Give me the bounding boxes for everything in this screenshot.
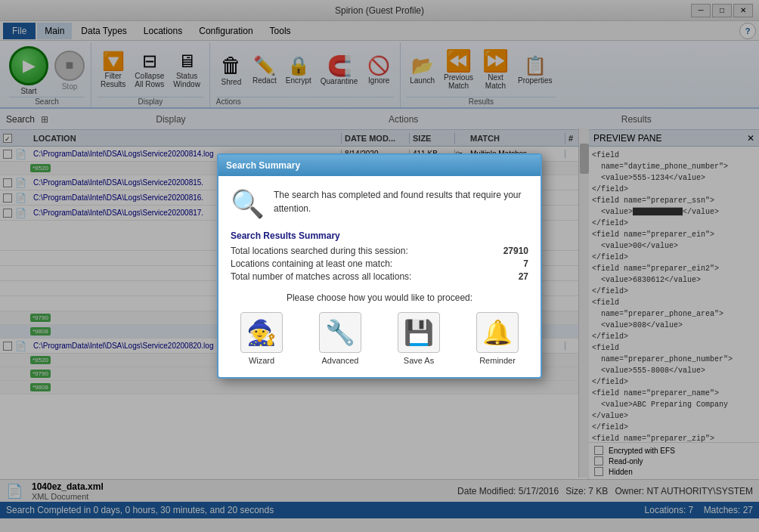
modal-body: 🔍 The search has completed and found res… (218, 176, 541, 377)
summary-row-1: Locations containing at least one match:… (231, 258, 528, 269)
summary-row-val-2: 27 (519, 271, 528, 282)
summary-row-2: Total number of matches across all locat… (231, 271, 528, 282)
advanced-label: Advanced (322, 356, 359, 365)
modal-title: Search Summary (226, 160, 300, 171)
save-as-button[interactable]: 💾 Save As (389, 312, 449, 365)
wizard-button[interactable]: 🧙 Wizard (231, 312, 292, 365)
summary-row-val-0: 27910 (503, 246, 528, 256)
reminder-label: Reminder (479, 356, 516, 365)
modal-title-bar: Search Summary (218, 155, 541, 176)
summary-row-val-1: 7 (523, 258, 528, 269)
modal-overlay: Search Summary 🔍 The search has complete… (0, 0, 759, 532)
modal-actions: 🧙 Wizard 🔧 Advanced 💾 Save As 🔔 Reminder (231, 312, 528, 365)
modal-summary-rows: Total locations searched during this ses… (231, 246, 528, 282)
modal-proceed-text: Please choose how you would like to proc… (231, 292, 528, 303)
summary-row-label-2: Total number of matches across all locat… (231, 271, 411, 282)
modal-top: 🔍 The search has completed and found res… (231, 188, 528, 220)
wizard-icon: 🧙 (240, 312, 283, 353)
summary-row-0: Total locations searched during this ses… (231, 246, 528, 256)
modal-message: The search has completed and found resul… (274, 188, 528, 215)
save-as-icon: 💾 (398, 312, 440, 353)
wizard-label: Wizard (249, 356, 274, 365)
reminder-button[interactable]: 🔔 Reminder (467, 312, 528, 365)
modal-info-icon: 🔍 (231, 188, 265, 220)
search-summary-modal: Search Summary 🔍 The search has complete… (217, 153, 542, 379)
summary-row-label-0: Total locations searched during this ses… (231, 246, 408, 256)
modal-summary-title: Search Results Summary (231, 230, 528, 241)
reminder-icon: 🔔 (476, 312, 519, 353)
summary-row-label-1: Locations containing at least one match: (231, 258, 392, 269)
advanced-icon: 🔧 (319, 312, 361, 353)
advanced-button[interactable]: 🔧 Advanced (310, 312, 370, 365)
save-as-label: Save As (404, 356, 434, 365)
